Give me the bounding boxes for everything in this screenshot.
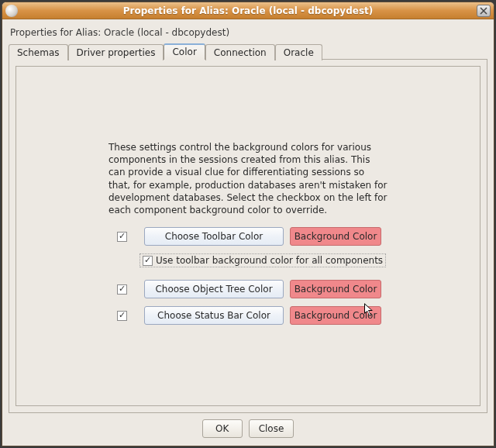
object-tree-color-swatch[interactable]: Background Color [290,280,381,298]
choose-status-bar-color-button[interactable]: Choose Status Bar Color [144,306,284,325]
ok-button[interactable]: OK [202,419,243,438]
dialog-footer: OK Close [9,413,487,443]
tabs-row: Schemas Driver properties Color Connecti… [9,43,487,60]
tab-schemas[interactable]: Schemas [9,44,68,60]
tab-connection[interactable]: Connection [205,44,275,60]
content-area: Properties for Alias: Oracle (local - db… [2,19,494,446]
status-bar-color-swatch[interactable]: Background Color [290,306,381,325]
use-toolbar-for-all-checkbox[interactable] [143,256,153,266]
tab-oracle[interactable]: Oracle [275,44,322,60]
color-panel: These settings control the background co… [16,66,480,406]
tab-color[interactable]: Color [164,43,205,60]
choose-object-tree-color-button[interactable]: Choose Object Tree Color [144,280,284,298]
toolbar-color-swatch[interactable]: Background Color [290,227,381,246]
choose-toolbar-color-button[interactable]: Choose Toolbar Color [144,227,284,246]
color-settings-block: These settings control the background co… [108,141,388,333]
object-tree-color-checkbox[interactable] [117,284,127,295]
status-bar-color-checkbox[interactable] [117,311,127,321]
status-bar-color-row: Choose Status Bar Color Background Color [108,306,388,325]
color-description: These settings control the background co… [108,141,388,216]
dialog-window: Properties for Alias: Oracle (local - db… [2,2,494,446]
toolbar-color-checkbox[interactable] [117,232,127,242]
use-toolbar-for-all-row: Use toolbar background color for all com… [140,253,386,267]
window-title: Properties for Alias: Oracle (local - db… [2,5,494,16]
dialog-subtitle: Properties for Alias: Oracle (local - db… [9,26,487,43]
close-button[interactable]: Close [249,419,294,438]
app-icon [5,5,18,17]
toolbar-color-row: Choose Toolbar Color Background Color [108,227,388,246]
use-toolbar-for-all-label: Use toolbar background color for all com… [156,255,383,266]
titlebar[interactable]: Properties for Alias: Oracle (local - db… [2,2,494,19]
tab-driver-properties[interactable]: Driver properties [68,44,164,60]
object-tree-color-row: Choose Object Tree Color Background Colo… [108,280,388,298]
tab-panel: These settings control the background co… [9,59,487,413]
close-icon[interactable] [477,5,491,17]
